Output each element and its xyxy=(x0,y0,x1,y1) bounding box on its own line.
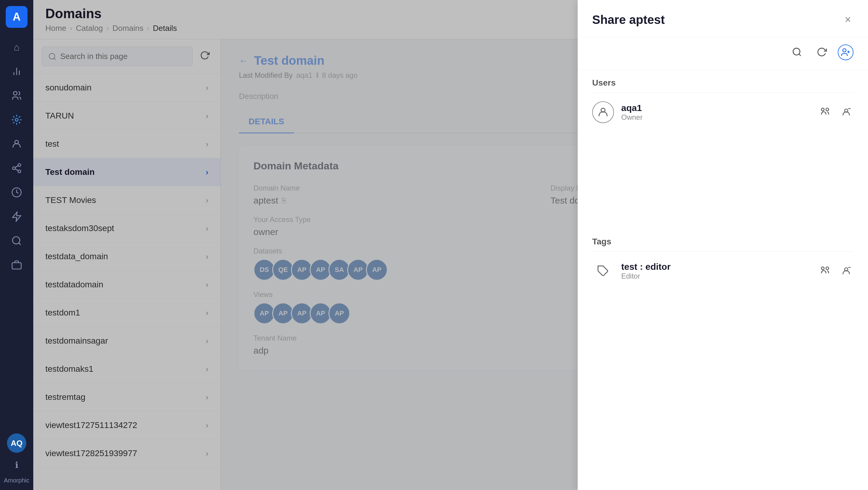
workflow-nav-icon[interactable] xyxy=(6,206,28,227)
share-user-name-aqa1: aqa1 xyxy=(621,103,643,113)
share-panel-overlay: Share aptest × xyxy=(33,39,868,490)
tags-section-label: Tags xyxy=(578,228,868,251)
person-nav-icon[interactable] xyxy=(6,133,28,155)
share-user-info-aqa1: aqa1 Owner xyxy=(592,101,643,123)
share-tag-name-editor: test : editor xyxy=(621,262,671,272)
svg-point-9 xyxy=(13,167,16,170)
tag-icon xyxy=(597,265,609,277)
info-nav-icon[interactable]: ℹ xyxy=(7,455,26,474)
share-toolbar xyxy=(578,39,868,69)
catalog-nav-icon[interactable] xyxy=(6,109,28,131)
svg-line-11 xyxy=(15,169,18,171)
users-nav-icon[interactable] xyxy=(6,85,28,106)
share-tag-info-editor: test : editor Editor xyxy=(592,260,671,282)
svg-point-31 xyxy=(826,267,829,270)
svg-point-8 xyxy=(18,164,21,166)
share-nav-icon[interactable] xyxy=(6,157,28,179)
svg-text:A: A xyxy=(13,10,21,23)
share-search-button[interactable] xyxy=(788,44,806,62)
share-user-role-aqa1: Owner xyxy=(621,113,643,122)
share-tag-group-icon-editor[interactable] xyxy=(817,262,833,280)
home-nav-icon[interactable]: ⌂ xyxy=(6,36,28,58)
share-tag-actions-editor xyxy=(817,262,854,280)
share-user-remove-aqa1[interactable] xyxy=(839,105,854,120)
share-tag-row-editor: test : editor Editor xyxy=(578,252,868,290)
share-panel: Share aptest × xyxy=(578,39,868,490)
share-tag-role-editor: Editor xyxy=(621,272,671,280)
svg-point-26 xyxy=(826,108,829,111)
analytics-nav-icon[interactable] xyxy=(6,61,28,82)
svg-line-21 xyxy=(799,54,801,56)
user-avatar[interactable]: AQ xyxy=(7,433,26,453)
share-refresh-button[interactable] xyxy=(813,44,831,62)
share-user-row-aqa1: aqa1 Owner xyxy=(578,93,868,131)
share-user-actions-aqa1 xyxy=(817,103,854,121)
users-spacer xyxy=(578,131,868,228)
svg-line-12 xyxy=(15,166,18,167)
svg-line-16 xyxy=(19,243,21,245)
left-nav: A ⌂ xyxy=(0,0,33,490)
svg-point-10 xyxy=(18,170,21,173)
svg-point-6 xyxy=(16,119,18,121)
svg-point-27 xyxy=(822,108,824,111)
bag-nav-icon[interactable] xyxy=(6,254,28,276)
share-tag-remove-editor[interactable] xyxy=(839,264,854,278)
svg-point-15 xyxy=(13,237,20,244)
svg-point-22 xyxy=(843,49,846,52)
share-user-avatar-aqa1 xyxy=(592,101,614,123)
app-logo[interactable]: A xyxy=(6,6,28,28)
share-add-user-button[interactable] xyxy=(838,44,854,60)
share-tag-details-editor: test : editor Editor xyxy=(621,262,671,280)
tag-icon-wrap xyxy=(592,260,614,282)
history-nav-icon[interactable] xyxy=(6,182,28,203)
share-user-group-icon-aqa1[interactable] xyxy=(817,103,833,121)
svg-point-20 xyxy=(793,48,800,55)
users-section-label: Users xyxy=(578,69,868,93)
share-user-details-aqa1: aqa1 Owner xyxy=(621,103,643,122)
content-layout: sonudomain › TARUN › test › Test domain … xyxy=(33,39,868,490)
svg-point-32 xyxy=(822,267,824,270)
search-nav-icon[interactable] xyxy=(6,230,28,252)
main-area: Domains Home › Catalog › Domains › Detai… xyxy=(33,0,868,490)
svg-rect-17 xyxy=(12,263,21,269)
svg-point-5 xyxy=(13,92,17,95)
brand-name: Amorphic xyxy=(4,477,29,484)
svg-marker-14 xyxy=(13,212,21,221)
